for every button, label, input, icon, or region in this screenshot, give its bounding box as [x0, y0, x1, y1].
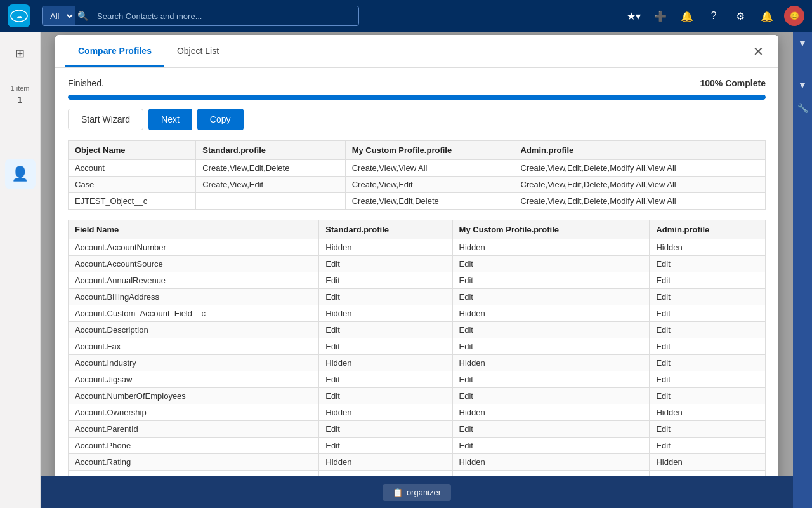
- item-number: 1: [18, 95, 23, 105]
- objects-table: Object Name Standard.profile My Custom P…: [68, 140, 766, 210]
- main-area: Compare Profiles Object List ✕ Finished.…: [41, 32, 793, 476]
- taskbar: 📋 organizer: [41, 476, 793, 508]
- right-panel: ▼ ▼ 🔧: [793, 32, 812, 508]
- left-sidebar: ⊞ 1 item 1 👤: [0, 32, 41, 508]
- search-icon: 🔍: [75, 11, 91, 21]
- modal-overlay: Compare Profiles Object List ✕ Finished.…: [41, 32, 793, 476]
- progress-bar-fill: [68, 95, 766, 100]
- user-avatar[interactable]: 😊: [784, 6, 804, 26]
- svg-text:☁: ☁: [16, 12, 23, 20]
- table-row: Account.JigsawEditEditEdit: [69, 371, 766, 388]
- objects-col-standard: Standard.profile: [196, 141, 345, 160]
- objects-col-object-name: Object Name: [69, 141, 196, 160]
- taskbar-organizer-item[interactable]: 📋 organizer: [383, 484, 451, 501]
- table-row: Account.ParentIdEditEditEdit: [69, 421, 766, 438]
- table-row: Account.BillingAddressEditEditEdit: [69, 289, 766, 305]
- progress-bar-container: [68, 95, 766, 100]
- fields-col-admin: Admin.profile: [650, 220, 766, 239]
- modal-body: Finished. 100% Complete Start Wizard Nex…: [55, 68, 778, 476]
- table-row: Account.AccountSourceEditEditEdit: [69, 256, 766, 272]
- right-panel-arrow-icon[interactable]: ▼: [798, 80, 807, 90]
- topbar-icons: ★▾ ➕ 🔔 ? ⚙ 🔔 😊: [624, 6, 804, 26]
- objects-table-header-row: Object Name Standard.profile My Custom P…: [69, 141, 766, 160]
- modal-header: Compare Profiles Object List ✕: [55, 35, 778, 68]
- taskbar-organizer-icon: 📋: [393, 488, 403, 497]
- objects-col-custom: My Custom Profile.profile: [345, 141, 514, 160]
- tab-compare-profiles[interactable]: Compare Profiles: [65, 37, 164, 67]
- fields-col-standard: Standard.profile: [319, 220, 452, 239]
- search-input[interactable]: [91, 9, 358, 23]
- bell-icon[interactable]: 🔔: [757, 6, 776, 25]
- topbar: ☁ All 🔍 ★▾ ➕ 🔔 ? ⚙ 🔔 😊: [0, 0, 812, 32]
- help-icon[interactable]: ?: [704, 6, 723, 25]
- status-bar: Finished. 100% Complete: [68, 78, 766, 88]
- table-row: Account.ShippingAddressEditEditEdit: [69, 471, 766, 477]
- search-filter-select[interactable]: All: [43, 6, 75, 25]
- table-row: EJTEST_Object__cCreate,View,Edit,DeleteC…: [69, 193, 766, 210]
- table-row: CaseCreate,View,EditCreate,View,EditCrea…: [69, 177, 766, 193]
- table-row: Account.NumberOfEmployeesEditEditEdit: [69, 388, 766, 404]
- objects-table-section: Object Name Standard.profile My Custom P…: [68, 140, 766, 210]
- table-row: AccountCreate,View,Edit,DeleteCreate,Vie…: [69, 160, 766, 177]
- fields-table-header-row: Field Name Standard.profile My Custom Pr…: [69, 220, 766, 239]
- add-icon[interactable]: ➕: [651, 6, 670, 25]
- search-bar: All 🔍: [42, 6, 359, 26]
- sidebar-item-count: 1 item 1: [11, 84, 30, 105]
- modal-window: Compare Profiles Object List ✕ Finished.…: [55, 35, 778, 476]
- taskbar-organizer-label: organizer: [407, 488, 441, 497]
- table-row: Account.FaxEditEditEdit: [69, 338, 766, 355]
- table-row: Account.RatingHiddenHiddenHidden: [69, 454, 766, 471]
- table-row: Account.IndustryHiddenHiddenEdit: [69, 355, 766, 371]
- sidebar-user-icon[interactable]: 👤: [5, 159, 36, 189]
- tab-object-list[interactable]: Object List: [164, 37, 232, 67]
- table-row: Account.DescriptionEditEditEdit: [69, 322, 766, 338]
- settings-icon[interactable]: ⚙: [731, 6, 750, 25]
- objects-col-admin: Admin.profile: [514, 141, 766, 160]
- sidebar-grid-icon[interactable]: ⊞: [5, 38, 36, 69]
- fields-table-section: Field Name Standard.profile My Custom Pr…: [68, 220, 766, 476]
- favorites-icon[interactable]: ★▾: [624, 6, 643, 25]
- item-count-label: 1 item: [11, 84, 30, 92]
- completion-text: 100% Complete: [700, 78, 766, 88]
- modal-close-button[interactable]: ✕: [748, 41, 768, 62]
- fields-col-custom: My Custom Profile.profile: [452, 220, 650, 239]
- copy-button[interactable]: Copy: [197, 109, 244, 130]
- table-row: Account.OwnershipHiddenHiddenHidden: [69, 404, 766, 421]
- status-text: Finished.: [68, 78, 104, 88]
- fields-col-field-name: Field Name: [69, 220, 319, 239]
- salesforce-logo[interactable]: ☁: [8, 4, 30, 27]
- button-row: Start Wizard Next Copy: [68, 109, 766, 130]
- table-row: Account.PhoneEditEditEdit: [69, 438, 766, 454]
- table-row: Account.AccountNumberHiddenHiddenHidden: [69, 239, 766, 256]
- right-panel-widget-icon[interactable]: 🔧: [797, 103, 808, 113]
- notifications-icon[interactable]: 🔔: [678, 6, 697, 25]
- table-row: Account.AnnualRevenueEditEditEdit: [69, 272, 766, 289]
- start-wizard-button[interactable]: Start Wizard: [68, 109, 143, 130]
- next-button[interactable]: Next: [148, 109, 192, 130]
- right-panel-filter-icon[interactable]: ▼: [798, 38, 807, 48]
- table-row: Account.Custom_Account_Field__cHiddenHid…: [69, 305, 766, 322]
- fields-table: Field Name Standard.profile My Custom Pr…: [68, 220, 766, 476]
